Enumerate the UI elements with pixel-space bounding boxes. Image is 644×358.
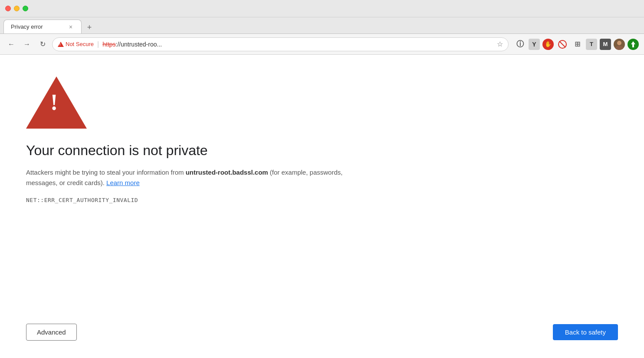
tab-title: Privacy error — [11, 23, 64, 30]
title-bar — [0, 0, 644, 17]
nav-bar: ← → ↻ Not Secure | https://untrusted-roo… — [0, 34, 644, 55]
svg-line-1 — [559, 41, 565, 47]
traffic-lights — [5, 6, 28, 11]
not-secure-badge: Not Secure — [58, 41, 94, 47]
warning-icon — [58, 42, 64, 47]
tab-close-button[interactable]: × — [67, 23, 74, 30]
not-secure-label: Not Secure — [66, 41, 94, 47]
url-rest: ://untrusted-roo... — [116, 41, 162, 48]
tab-bar: Privacy error × + — [0, 17, 644, 34]
block-ext-icon[interactable] — [556, 38, 568, 50]
y-ext-icon[interactable]: Y — [529, 39, 540, 50]
advanced-button[interactable]: Advanced — [26, 324, 77, 341]
avatar-svg — [614, 39, 625, 50]
button-row: Advanced Back to safety — [26, 315, 618, 341]
error-code: NET::ERR_CERT_AUTHORITY_INVALID — [26, 197, 618, 203]
m-ext-icon[interactable]: M — [600, 39, 611, 50]
bookmark-button[interactable]: ☆ — [497, 40, 503, 48]
active-tab[interactable]: Privacy error × — [3, 20, 82, 33]
svg-point-2 — [617, 41, 621, 45]
grid-ext-icon[interactable]: ⊞ — [571, 38, 583, 50]
url-display: https://untrusted-roo... — [102, 41, 162, 48]
domain-bold: untrusted-root.badssl.com — [186, 169, 268, 176]
description-before: Attackers might be trying to steal your … — [26, 169, 186, 176]
minimize-traffic-light[interactable] — [14, 6, 20, 11]
info-ext-icon[interactable]: ⓘ — [514, 38, 526, 50]
svg-marker-4 — [631, 41, 635, 47]
back-to-safety-button[interactable]: Back to safety — [553, 324, 618, 340]
new-tab-button[interactable]: + — [83, 21, 95, 33]
url-https: https — [102, 41, 115, 48]
close-traffic-light[interactable] — [5, 6, 11, 11]
error-description: Attackers might be trying to steal your … — [26, 167, 356, 188]
stop-hand-icon[interactable]: ✋ — [542, 39, 554, 50]
svg-point-3 — [615, 46, 623, 50]
back-button[interactable]: ← — [5, 38, 17, 50]
profile-green-icon[interactable] — [628, 39, 639, 50]
warning-triangle-large — [26, 76, 87, 129]
block-icon-svg — [558, 40, 567, 49]
user-avatar[interactable] — [614, 39, 625, 50]
url-separator: | — [97, 40, 99, 48]
fullscreen-traffic-light[interactable] — [23, 6, 28, 11]
t-ext-icon[interactable]: T — [586, 39, 597, 50]
reload-button[interactable]: ↻ — [36, 38, 49, 50]
error-title: Your connection is not private — [26, 143, 618, 159]
address-bar[interactable]: Not Secure | https://untrusted-roo... ☆ — [52, 37, 509, 51]
forward-button[interactable]: → — [21, 38, 33, 50]
extension-icons: ⓘ Y ✋ ⊞ T M — [514, 38, 639, 50]
upload-icon — [629, 40, 637, 48]
learn-more-link[interactable]: Learn more — [106, 179, 140, 186]
page-content: Your connection is not private Attackers… — [0, 55, 644, 358]
